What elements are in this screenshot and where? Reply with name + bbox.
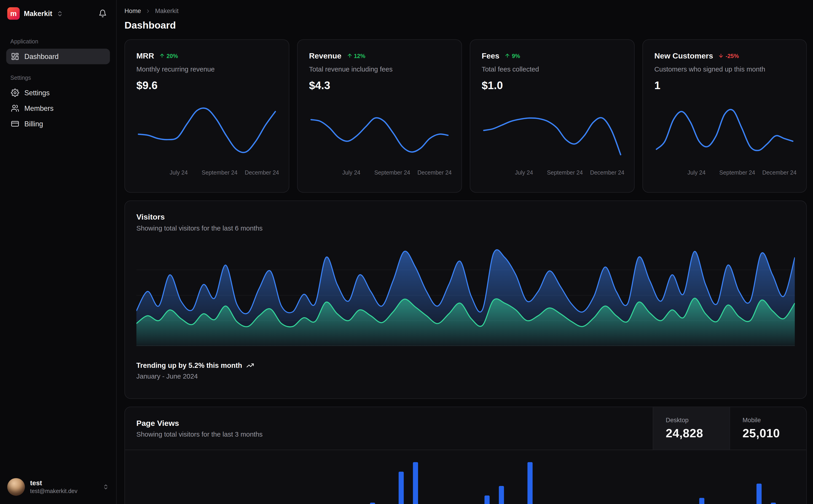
- new-customers-sparkline-chart: [654, 103, 795, 163]
- arrow-down-icon: [718, 53, 724, 58]
- stat-value: $9.6: [136, 79, 278, 92]
- main-content: Home Makerkit Dashboard MRR 20% Monthly …: [117, 0, 813, 504]
- page-views-header: Page Views Showing total visitors for th…: [125, 407, 806, 450]
- delta-badge: -25%: [718, 53, 739, 59]
- mobile-toggle[interactable]: Mobile 25,010: [730, 407, 806, 450]
- arrow-up-icon: [504, 53, 510, 58]
- makerkit-logo: m: [7, 7, 20, 20]
- stat-card-new-customers: New Customers -25% Customers who signed …: [643, 39, 807, 193]
- x-axis-labels: July 24 September 24 December 24: [482, 169, 623, 177]
- stat-cards-row: MRR 20% Monthly recurring revenue $9.6 J…: [124, 39, 807, 193]
- sidebar-item-label: Members: [24, 104, 54, 112]
- sidebar-header: m Makerkit: [6, 6, 110, 23]
- date-range: January - June 2024: [136, 372, 795, 380]
- stat-value: $1.0: [482, 79, 623, 92]
- x-axis-labels: July 24 September 24 December 24: [654, 169, 795, 177]
- delta-badge: 20%: [159, 53, 178, 59]
- notifications-button[interactable]: [96, 7, 109, 20]
- breadcrumb-home-link[interactable]: Home: [124, 7, 141, 15]
- stat-subtitle: Customers who signed up this month: [654, 65, 795, 73]
- workspace-switcher[interactable]: m Makerkit: [7, 7, 63, 20]
- page-title: Dashboard: [124, 20, 807, 31]
- revenue-sparkline-chart: [309, 103, 450, 163]
- arrow-up-icon: [347, 53, 352, 58]
- sidebar: m Makerkit Application Dashboard Setti: [0, 0, 117, 504]
- stat-title: Revenue: [309, 51, 341, 60]
- stat-title: Fees: [482, 51, 499, 60]
- stat-card-mrr: MRR 20% Monthly recurring revenue $9.6 J…: [124, 39, 289, 193]
- chevron-right-icon: [145, 8, 151, 14]
- page-views-title: Page Views: [136, 419, 641, 427]
- chevrons-up-down-icon: [103, 484, 109, 490]
- page-views-bar-chart: [136, 457, 795, 504]
- breadcrumb-current[interactable]: Makerkit: [155, 7, 178, 15]
- mrr-sparkline-chart: [136, 103, 278, 163]
- stat-title: MRR: [136, 51, 154, 60]
- sidebar-nav: Application Dashboard Settings Settings …: [6, 28, 110, 131]
- bell-icon: [98, 9, 107, 18]
- sidebar-item-label: Settings: [24, 89, 50, 97]
- dashboard-grid-icon: [11, 52, 19, 61]
- sidebar-item-settings[interactable]: Settings: [6, 85, 110, 101]
- stat-title: New Customers: [654, 51, 713, 60]
- visitors-card: Visitors Showing total visitors for the …: [124, 200, 807, 399]
- delta-badge: 12%: [347, 53, 365, 59]
- sidebar-item-dashboard[interactable]: Dashboard: [6, 49, 110, 64]
- workspace-name: Makerkit: [24, 10, 52, 17]
- credit-card-icon: [11, 120, 19, 128]
- sidebar-item-label: Billing: [24, 120, 43, 128]
- stat-card-revenue: Revenue 12% Total revenue including fees…: [297, 39, 462, 193]
- delta-badge: 9%: [504, 53, 520, 59]
- x-axis-labels: July 24 September 24 December 24: [309, 169, 450, 177]
- gear-icon: [11, 89, 19, 97]
- stat-subtitle: Monthly recurring revenue: [136, 65, 278, 73]
- stat-subtitle: Total fees collected: [482, 65, 623, 73]
- user-meta: test test@makerkit.dev: [30, 479, 97, 495]
- trend-summary: Trending up by 5.2% this month: [136, 362, 795, 369]
- sidebar-item-members[interactable]: Members: [6, 101, 110, 116]
- trending-up-icon: [246, 362, 254, 369]
- stat-value: $4.3: [309, 79, 450, 92]
- app-root: m Makerkit Application Dashboard Setti: [0, 0, 813, 504]
- visitors-subtitle: Showing total visitors for the last 6 mo…: [136, 224, 795, 232]
- fees-sparkline-chart: [482, 103, 623, 163]
- x-axis-labels: July 24 September 24 December 24: [136, 169, 278, 177]
- stat-value: 1: [654, 79, 795, 92]
- page-views-card: Page Views Showing total visitors for th…: [124, 407, 807, 504]
- nav-section-label: Settings: [6, 74, 110, 81]
- stat-subtitle: Total revenue including fees: [309, 65, 450, 73]
- users-icon: [11, 104, 19, 112]
- visitors-title: Visitors: [136, 212, 795, 221]
- user-email: test@makerkit.dev: [30, 487, 97, 495]
- arrow-up-icon: [159, 53, 165, 58]
- page-views-subtitle: Showing total visitors for the last 3 mo…: [136, 430, 641, 438]
- user-menu[interactable]: test test@makerkit.dev: [6, 476, 110, 498]
- stat-card-fees: Fees 9% Total fees collected $1.0 July 2…: [470, 39, 635, 193]
- user-name: test: [30, 479, 97, 487]
- nav-section-label: Application: [6, 38, 110, 45]
- page-views-toggles: Desktop 24,828 Mobile 25,010: [653, 407, 806, 450]
- desktop-toggle[interactable]: Desktop 24,828: [653, 407, 730, 450]
- breadcrumb: Home Makerkit: [124, 7, 807, 15]
- chevrons-up-down-icon: [56, 10, 63, 17]
- visitors-area-chart: [136, 244, 795, 346]
- sidebar-item-label: Dashboard: [24, 53, 59, 60]
- sidebar-item-billing[interactable]: Billing: [6, 116, 110, 132]
- avatar: [7, 478, 25, 496]
